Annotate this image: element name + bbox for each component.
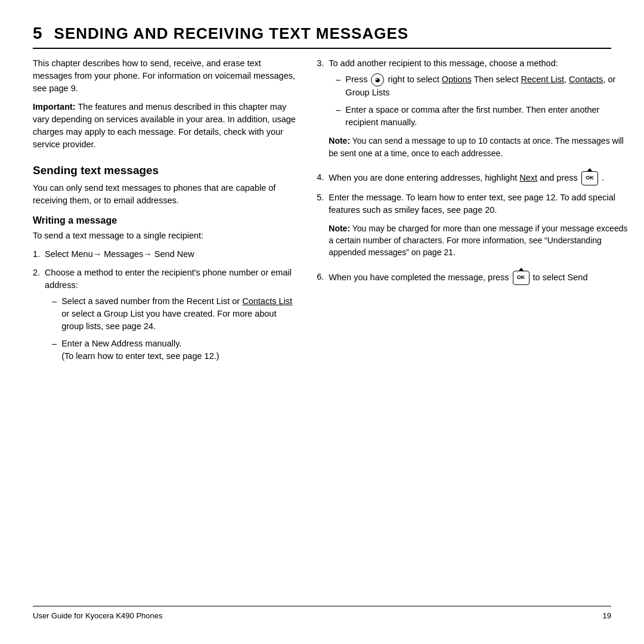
- step-3-bullet-2-text: Enter a space or comma after the first n…: [345, 104, 629, 129]
- note-2: Note: You may be charged for more than o…: [329, 222, 629, 259]
- page: 5 Sending and Receiving Text Messages Th…: [0, 0, 644, 644]
- step-5: 5. Enter the message. To learn how to en…: [317, 191, 629, 265]
- step-2-bullet-2: – Enter a New Address manually.(To learn…: [45, 338, 299, 363]
- steps-list-right: 3. To add another recipient to this mess…: [317, 57, 629, 285]
- step-6-content: When you have completed the message, pre…: [329, 271, 629, 285]
- chapter-header: 5 Sending and Receiving Text Messages: [33, 24, 611, 43]
- step-5-num: 5.: [317, 191, 324, 265]
- step-3-num: 3.: [317, 57, 324, 165]
- section-body: You can only send text messages to phone…: [33, 182, 299, 207]
- dash-3: –: [336, 73, 340, 99]
- right-column: 3. To add another recipient to this mess…: [317, 57, 629, 606]
- step-5-content: Enter the message. To learn how to enter…: [329, 191, 629, 265]
- subsection-intro: To send a text message to a single recip…: [33, 230, 299, 242]
- step-2-intro: Choose a method to enter the recipient's…: [45, 268, 292, 290]
- intro-paragraph-1: This chapter describes how to send, rece…: [33, 57, 299, 95]
- footer: User Guide for Kyocera K490 Phones 19: [33, 611, 611, 620]
- step-2-content: Choose a method to enter the recipient's…: [45, 267, 299, 367]
- step-4-content: When you are done entering addresses, hi…: [329, 171, 629, 185]
- step-6-post: to select Send: [533, 273, 588, 282]
- step-2-num: 2.: [33, 267, 40, 367]
- step-6-pre: When you have completed the message, pre…: [329, 273, 509, 282]
- dash-4: –: [336, 104, 340, 129]
- step-3-bullet-1-text: Press ◕ right to select Options Then sel…: [345, 73, 629, 99]
- step-3: 3. To add another recipient to this mess…: [317, 57, 629, 165]
- header-rule: [33, 48, 611, 49]
- dash-1: –: [52, 295, 57, 333]
- step-3-content: To add another recipient to this message…: [329, 57, 629, 165]
- note-1-body: You can send a message to up to 10 conta…: [329, 136, 624, 157]
- step-3-bullets: – Press ◕ right to select Options Then s…: [329, 73, 629, 129]
- chapter-title: Sending and Receiving Text Messages: [54, 24, 409, 43]
- note-2-label: Note:: [329, 224, 350, 233]
- note-1-label: Note:: [329, 136, 350, 145]
- steps-list-left: 1. Select Menu→ Messages→ Send New 2. Ch…: [33, 248, 299, 367]
- step-4: 4. When you are done entering addresses,…: [317, 171, 629, 185]
- step-5-text: Enter the message. To learn how to enter…: [329, 193, 615, 215]
- important-label: Important:: [33, 102, 76, 112]
- step-3-intro: To add another recipient to this message…: [329, 58, 558, 68]
- footer-rule: [33, 606, 611, 606]
- ok-icon-step4: OK: [581, 171, 598, 185]
- step-2: 2. Choose a method to enter the recipien…: [33, 267, 299, 367]
- step-1-num: 1.: [33, 248, 40, 261]
- step-2-bullet-1-text: Select a saved number from the Recent Li…: [61, 295, 299, 333]
- section-heading-sending: Sending text messages: [33, 164, 299, 177]
- step-2-bullets: – Select a saved number from the Recent …: [45, 295, 299, 363]
- step-3-bullet-2: – Enter a space or comma after the first…: [329, 104, 629, 129]
- chapter-number: 5: [33, 24, 42, 43]
- note-2-body: You may be charged for more than one mes…: [329, 224, 627, 258]
- step-4-pre: When you are done entering addresses, hi…: [329, 173, 580, 182]
- step-2-bullet-2-sub: (To learn how to enter text, see page 12…: [61, 351, 219, 361]
- ok-icon-step6: OK: [513, 271, 530, 285]
- note-1: Note: You can send a message to up to 10…: [329, 135, 629, 159]
- step-3-bullet-1: – Press ◕ right to select Options Then s…: [329, 73, 629, 99]
- subsection-heading-writing: Writing a message: [33, 215, 299, 226]
- options-nav-icon: ◕: [371, 73, 384, 86]
- content-area: This chapter describes how to send, rece…: [33, 57, 611, 606]
- step-1: 1. Select Menu→ Messages→ Send New: [33, 248, 299, 261]
- step-6: 6. When you have completed the message, …: [317, 271, 629, 285]
- step-6-num: 6.: [317, 271, 324, 285]
- step-4-num: 4.: [317, 171, 324, 185]
- step-1-content: Select Menu→ Messages→ Send New: [45, 248, 299, 261]
- footer-left: User Guide for Kyocera K490 Phones: [33, 611, 163, 620]
- dash-2: –: [52, 338, 57, 363]
- step-1-text: Select Menu→ Messages→ Send New: [45, 249, 194, 259]
- left-column: This chapter describes how to send, rece…: [33, 57, 299, 606]
- intro-paragraph-2: Important: The features and menus descri…: [33, 101, 299, 151]
- footer-right: 19: [603, 611, 611, 620]
- step-4-post: .: [602, 173, 604, 182]
- step-2-bullet-2-text: Enter a New Address manually.(To learn h…: [61, 338, 219, 363]
- step-2-bullet-1: – Select a saved number from the Recent …: [45, 295, 299, 333]
